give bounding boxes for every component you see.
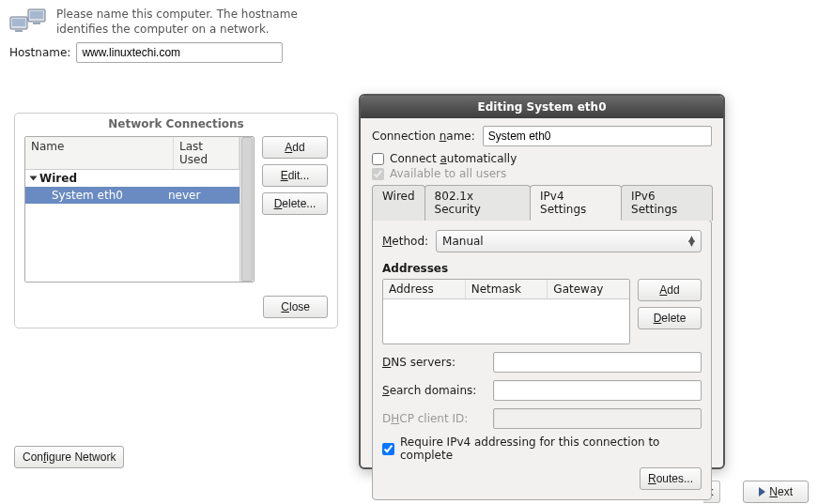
- list-item-system-eth0[interactable]: System eth0 never: [25, 187, 239, 204]
- addresses-table[interactable]: Address Netmask Gateway: [382, 279, 630, 344]
- col-name[interactable]: Name: [25, 137, 174, 169]
- close-button[interactable]: Close: [263, 296, 328, 318]
- connect-automatically-label: Connect automatically: [390, 152, 517, 165]
- add-address-button[interactable]: Add: [638, 279, 702, 301]
- routes-button[interactable]: Routes...: [640, 467, 702, 490]
- hostname-label: Hostname:: [9, 46, 70, 59]
- item-name: System eth0: [31, 189, 168, 202]
- dialog-title: Editing System eth0: [361, 96, 723, 118]
- col-address[interactable]: Address: [383, 280, 466, 298]
- col-gateway[interactable]: Gateway: [548, 280, 629, 298]
- hostname-input[interactable]: [76, 42, 283, 63]
- item-last-used: never: [168, 189, 234, 202]
- tab-ipv4[interactable]: IPv4 Settings: [530, 185, 622, 221]
- method-label: Method:: [382, 235, 428, 248]
- edit-connection-dialog: Editing System eth0 Connection name: Con…: [359, 94, 725, 469]
- method-combo[interactable]: Manual ▲▼: [436, 230, 702, 252]
- tab-wired[interactable]: Wired: [372, 185, 425, 221]
- addresses-title: Addresses: [382, 262, 702, 275]
- svg-rect-4: [15, 30, 23, 32]
- svg-rect-5: [33, 23, 40, 24]
- delete-address-button[interactable]: Delete: [638, 307, 702, 329]
- dhcp-client-id-input: [493, 408, 702, 429]
- svg-rect-3: [30, 11, 43, 19]
- nc-title: Network Connections: [15, 114, 337, 136]
- connections-list[interactable]: Name Last Used Wired System eth0 never: [24, 136, 255, 283]
- group-label: Wired: [39, 172, 77, 185]
- ipv4-tab-content: Method: Manual ▲▼ Addresses Address Netm…: [372, 220, 712, 500]
- combo-arrows-icon: ▲▼: [688, 237, 695, 247]
- expand-triangle-icon: [30, 176, 38, 181]
- network-connections-panel: Network Connections Name Last Used Wired…: [14, 113, 338, 328]
- require-ipv4-checkbox[interactable]: [382, 443, 394, 455]
- connection-name-label: Connection name:: [372, 130, 475, 143]
- next-button[interactable]: Next: [743, 481, 809, 503]
- edit-connection-button[interactable]: Edit...: [262, 164, 328, 187]
- tab-8021x[interactable]: 802.1x Security: [424, 185, 531, 221]
- search-domains-label: Search domains:: [382, 384, 486, 397]
- computers-icon: [9, 8, 47, 36]
- method-value: Manual: [442, 235, 484, 248]
- dns-label: DNS servers:: [382, 356, 486, 369]
- connect-automatically-checkbox[interactable]: [372, 153, 384, 165]
- search-domains-input[interactable]: [493, 380, 702, 401]
- add-connection-button[interactable]: Add: [262, 136, 328, 159]
- dhcp-client-id-label: DHCP client ID:: [382, 412, 486, 425]
- svg-rect-1: [12, 19, 25, 26]
- group-row-wired[interactable]: Wired: [25, 170, 239, 187]
- available-all-label: Available to all users: [390, 167, 506, 180]
- col-last-used[interactable]: Last Used: [174, 137, 239, 169]
- header-description: Please name this computer. The hostname …: [56, 8, 338, 37]
- configure-network-button[interactable]: Configure Network: [14, 446, 124, 468]
- col-netmask[interactable]: Netmask: [466, 280, 548, 298]
- require-ipv4-label: Require IPv4 addressing for this connect…: [400, 435, 702, 462]
- delete-connection-button[interactable]: Delete...: [262, 192, 328, 215]
- tab-ipv6[interactable]: IPv6 Settings: [621, 185, 713, 221]
- connection-name-input[interactable]: [483, 126, 712, 146]
- dns-servers-input[interactable]: [493, 352, 702, 373]
- list-scrollbar[interactable]: [239, 137, 254, 282]
- next-arrow-icon: [759, 487, 765, 496]
- available-all-checkbox: [372, 168, 384, 180]
